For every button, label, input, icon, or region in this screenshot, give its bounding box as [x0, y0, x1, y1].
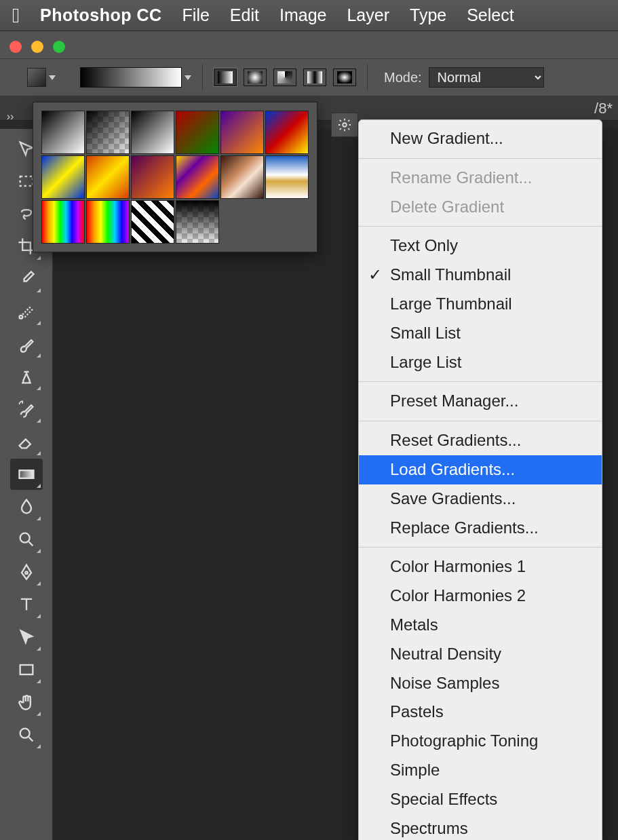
menu-item-noise-samples[interactable]: Noise Samples: [359, 669, 602, 698]
eyedropper-tool[interactable]: [10, 263, 43, 294]
divider: [367, 64, 368, 91]
path-selection-tool[interactable]: [10, 622, 43, 653]
menu-item-text-only[interactable]: Text Only: [359, 231, 602, 261]
menu-separator: [359, 226, 602, 227]
gradient-swatch-chrome[interactable]: [265, 155, 309, 199]
menu-item-simple[interactable]: Simple: [359, 756, 602, 785]
menu-item-small-thumbnail[interactable]: Small Thumbnail✓: [359, 261, 602, 290]
collapse-panels-button[interactable]: ››: [0, 109, 20, 125]
menu-item-pastels[interactable]: Pastels: [359, 698, 602, 727]
mac-menubar:  Photoshop CC File Edit Image Layer Typ…: [0, 0, 618, 31]
gear-icon: [337, 117, 352, 132]
clone-stamp-tool[interactable]: [10, 361, 43, 392]
divider: [202, 64, 203, 91]
app-name[interactable]: Photoshop CC: [40, 5, 162, 25]
gradient-swatch-foreground-background[interactable]: [41, 111, 85, 154]
menu-separator: [359, 381, 602, 382]
menu-item-color-harmonies-2[interactable]: Color Harmonies 2: [359, 581, 602, 611]
blend-mode-select[interactable]: Normal: [429, 67, 544, 88]
gradient-swatch-red-green[interactable]: [176, 111, 219, 154]
menu-item-special-effects[interactable]: Special Effects: [359, 785, 602, 814]
gradient-swatch-black-white[interactable]: [131, 111, 174, 154]
gradient-swatch-blue-red-yellow[interactable]: [265, 111, 309, 154]
close-window-button[interactable]: [9, 41, 22, 53]
chevron-down-icon: [49, 75, 56, 80]
zoom-window-button[interactable]: [53, 41, 65, 53]
gradient-picker-context-menu: New Gradient...Rename Gradient...Delete …: [358, 119, 602, 840]
menu-item-rename-gradient: Rename Gradient...: [359, 164, 602, 193]
menu-separator: [359, 158, 602, 159]
menu-item-neutral-density[interactable]: Neutral Density: [359, 640, 602, 669]
menu-item-spectrums[interactable]: Spectrums: [359, 814, 602, 840]
gradient-radial-button[interactable]: [244, 69, 267, 86]
check-icon: ✓: [368, 263, 382, 287]
traffic-lights: [0, 31, 618, 58]
gradient-swatch-spectrum[interactable]: [41, 200, 85, 244]
gradient-swatch-violet-orange[interactable]: [220, 111, 264, 154]
svg-point-4: [25, 571, 28, 574]
menu-separator: [359, 421, 602, 421]
svg-point-1: [19, 316, 22, 319]
svg-rect-0: [20, 176, 33, 186]
menu-item-large-list[interactable]: Large List: [359, 348, 602, 377]
gradient-swatch-orange-yellow-orange[interactable]: [86, 155, 130, 199]
gradient-diamond-button[interactable]: [333, 69, 356, 86]
apple-menu-icon[interactable]: : [12, 4, 20, 27]
svg-rect-5: [20, 665, 33, 674]
menu-item-new-gradient[interactable]: New Gradient...: [359, 124, 602, 153]
gradient-picker-menu-button[interactable]: [331, 113, 358, 137]
gradient-swatch-transparent-stripes[interactable]: [131, 200, 174, 244]
gradient-swatch-yellow-violet-orange-blue[interactable]: [176, 155, 219, 199]
menu-item-photographic-toning[interactable]: Photographic Toning: [359, 727, 602, 756]
chevron-down-icon: [185, 75, 191, 80]
brush-tool[interactable]: [10, 328, 43, 360]
mode-label: Mode:: [384, 70, 422, 85]
menu-item-metals[interactable]: Metals: [359, 611, 602, 640]
rectangle-tool[interactable]: [10, 654, 43, 685]
gradient-angle-button[interactable]: [273, 69, 296, 86]
zoom-tool[interactable]: [10, 719, 43, 750]
menu-item-small-list[interactable]: Small List: [359, 319, 602, 348]
gradient-tool[interactable]: [10, 459, 43, 490]
gradient-swatch-foreground-transparent[interactable]: [86, 111, 130, 154]
gradient-swatch-blue-yellow-blue[interactable]: [41, 155, 85, 199]
gradient-linear-button[interactable]: [214, 69, 237, 86]
gradient-preview-dropdown[interactable]: [80, 67, 191, 88]
menu-item-replace-gradients[interactable]: Replace Gradients...: [359, 514, 602, 543]
gradient-reflected-button[interactable]: [303, 69, 326, 86]
options-bar: Mode: Normal: [0, 58, 618, 96]
gradient-swatch-neutral-density[interactable]: [176, 200, 219, 244]
gradient-swatch-copper[interactable]: [220, 155, 264, 199]
gradient-swatch-violet-orange2[interactable]: [131, 155, 174, 199]
gradient-preview: [80, 67, 182, 88]
menu-item-large-thumbnail[interactable]: Large Thumbnail: [359, 290, 602, 319]
type-tool[interactable]: [10, 589, 43, 620]
menu-select[interactable]: Select: [467, 5, 514, 25]
menu-item-save-gradients[interactable]: Save Gradients...: [359, 484, 602, 514]
menu-edit[interactable]: Edit: [230, 5, 259, 25]
minimize-window-button[interactable]: [31, 41, 43, 53]
menu-item-color-harmonies-1[interactable]: Color Harmonies 1: [359, 552, 602, 581]
menu-layer[interactable]: Layer: [347, 5, 389, 25]
menu-separator: [359, 547, 602, 548]
menu-file[interactable]: File: [182, 5, 210, 25]
blur-tool[interactable]: [10, 491, 43, 522]
dodge-tool[interactable]: [10, 524, 43, 555]
history-brush-tool[interactable]: [10, 394, 43, 425]
gradient-picker-panel: [33, 102, 317, 252]
svg-rect-2: [19, 470, 33, 478]
tool-preset-picker[interactable]: [27, 68, 56, 87]
menu-item-preset-manager[interactable]: Preset Manager...: [359, 387, 602, 416]
svg-point-3: [20, 533, 29, 543]
healing-brush-tool[interactable]: [10, 296, 43, 327]
menu-image[interactable]: Image: [279, 5, 326, 25]
gradient-swatch-transparent-rainbow[interactable]: [86, 200, 130, 244]
pen-tool[interactable]: [10, 556, 43, 588]
hand-tool[interactable]: [10, 687, 43, 718]
menu-item-load-gradients[interactable]: Load Gradients...: [359, 455, 602, 484]
document-tab-fragment[interactable]: /8*: [594, 100, 613, 117]
eraser-tool[interactable]: [10, 426, 43, 457]
menu-type[interactable]: Type: [410, 5, 446, 25]
menu-item-reset-gradients[interactable]: Reset Gradients...: [359, 426, 602, 455]
svg-point-7: [343, 123, 347, 127]
